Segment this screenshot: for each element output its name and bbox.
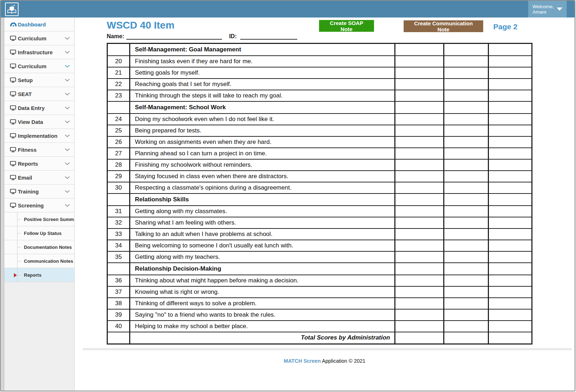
left-gutter [1, 17, 4, 391]
table-row: 28Finishing my schoolwork without remind… [107, 159, 532, 171]
total-label: Total Scores by Administration [130, 332, 395, 344]
monitor-icon [10, 189, 18, 194]
score-cell [395, 321, 444, 332]
score-cell [395, 332, 444, 344]
sidebar-item-email[interactable]: Email [4, 171, 74, 185]
score-cell [489, 251, 532, 263]
footer-text: MATCH Screen Application © 2021 [75, 358, 575, 364]
sidebar-item-setup[interactable]: Setup [4, 73, 74, 87]
score-cell [444, 332, 489, 344]
sidebar-item-label: Curriculum [18, 63, 65, 69]
score-cell [444, 79, 489, 90]
score-cell [489, 44, 532, 56]
user-menu[interactable]: Welcome, Amani [528, 1, 567, 17]
score-cell [489, 56, 532, 67]
monitor-icon [10, 147, 18, 152]
score-cell [489, 171, 532, 182]
sidebar-subitem-documentation-notes[interactable]: Documentation Notes [4, 240, 74, 254]
score-cell [395, 275, 444, 286]
score-cell [395, 148, 444, 159]
score-cell [395, 251, 444, 263]
score-cell [444, 182, 489, 194]
score-cell [395, 206, 444, 217]
footer-brand: MATCH Screen [284, 358, 321, 364]
item-number: 24 [107, 114, 130, 125]
sidebar-item-reports[interactable]: Reports [4, 157, 74, 171]
score-cell [489, 206, 532, 217]
score-cell [395, 67, 444, 79]
item-number: 21 [107, 67, 130, 79]
monitor-icon [10, 161, 18, 166]
score-cell [444, 90, 489, 101]
tree-dash [17, 247, 21, 247]
score-cell [489, 321, 532, 332]
score-cell [444, 206, 489, 217]
item-number: 20 [107, 56, 130, 67]
sidebar-item-view-data[interactable]: View Data [4, 115, 74, 129]
sidebar-item-seat[interactable]: SEAT [4, 87, 74, 101]
sidebar-subitem-reports[interactable]: Reports [4, 268, 74, 282]
item-text: Sharing what I am feeling with others. [130, 217, 395, 228]
section-title: Self-Management: Goal Management [130, 44, 395, 56]
score-cell [489, 194, 532, 206]
sidebar-menu: DashboardCurriculumInfrastructureCurricu… [4, 17, 75, 391]
score-cell [489, 67, 532, 79]
score-cell [395, 159, 444, 171]
chevron-down-icon [65, 190, 70, 193]
score-cell [489, 309, 532, 321]
monitor-icon [10, 105, 18, 111]
sidebar-item-curriculum[interactable]: Curriculum [4, 31, 74, 45]
table-row: 25Being prepared for tests. [107, 125, 532, 136]
item-text: Knowing what is right or wrong. [130, 286, 395, 298]
score-cell [444, 67, 489, 79]
chevron-down-icon [65, 134, 70, 137]
item-text: Staying focused in class even when there… [130, 171, 395, 182]
sidebar-subitem-communication-notes[interactable]: Communication Notes [4, 254, 74, 268]
sidebar-item-fitness[interactable]: Fitness [4, 143, 74, 157]
item-number: 38 [107, 298, 130, 309]
section-row: Relationship Decision-Making [107, 263, 532, 275]
score-cell [489, 228, 532, 240]
score-cell [395, 114, 444, 125]
sidebar-item-data-entry[interactable]: Data Entry [4, 101, 74, 115]
score-cell [489, 217, 532, 228]
sidebar-item-curriculum[interactable]: Curriculum [4, 59, 74, 73]
sidebar-subitem-label: Follow Up Status [24, 231, 61, 236]
section-row: Self-Management: School Work [107, 101, 532, 114]
chevron-down-icon [65, 65, 70, 68]
score-cell [395, 56, 444, 67]
item-text: Saying "no" to a friend who wants to bre… [130, 309, 395, 321]
score-cell [444, 275, 489, 286]
item-number: 30 [107, 182, 130, 194]
create-communication-note-button[interactable]: Create Communication Note [404, 20, 483, 32]
sidebar-item-label: View Data [18, 119, 65, 125]
sidebar-item-dashboard[interactable]: Dashboard [4, 17, 74, 31]
score-cell [489, 263, 532, 275]
sidebar-item-training[interactable]: Training [4, 185, 74, 198]
tree-dash [17, 275, 21, 275]
sidebar-subitem-positive-screen-summary[interactable]: Positive Screen Summary [4, 212, 74, 226]
item-number [107, 44, 130, 56]
sidebar-item-infrastructure[interactable]: Infrastructure [4, 45, 74, 59]
score-cell [395, 309, 444, 321]
table-row: 23Thinking through the steps it will tak… [107, 90, 532, 101]
sidebar-item-label: Screening [18, 202, 65, 208]
table-row: 27Planning ahead so I can turn a project… [107, 148, 532, 159]
footer-rest: Application © 2021 [321, 358, 365, 364]
table-row: 22Reaching goals that I set for myself. [107, 79, 532, 90]
sidebar-item-label: Infrastructure [18, 49, 65, 55]
main-content: WSCD 40 Item Name: ID: Create SOAP Note … [75, 17, 575, 391]
sidebar-item-screening[interactable]: Screening [4, 198, 74, 212]
score-cell [489, 114, 532, 125]
item-text: Finishing tasks even if they are hard fo… [130, 56, 395, 67]
sidebar-item-label: Fitness [18, 147, 65, 153]
score-cell [489, 79, 532, 90]
caret-down-icon [557, 7, 562, 11]
table-row: 26Working on assignments even when they … [107, 136, 532, 148]
sidebar-subitem-follow-up-status[interactable]: Follow Up Status [4, 226, 74, 240]
create-soap-note-button[interactable]: Create SOAP Note [319, 20, 374, 32]
score-cell [395, 101, 444, 114]
chevron-down-icon [65, 120, 70, 124]
sidebar-item-implementation[interactable]: Implementation [4, 129, 74, 143]
item-number: 25 [107, 125, 130, 136]
